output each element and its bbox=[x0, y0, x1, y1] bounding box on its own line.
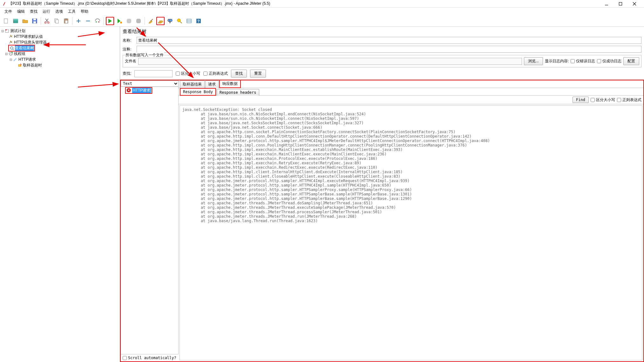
open-icon[interactable] bbox=[21, 17, 29, 25]
svg-point-27 bbox=[170, 19, 172, 22]
function-helper-icon[interactable] bbox=[185, 17, 193, 25]
svg-point-40 bbox=[10, 47, 13, 49]
svg-line-30 bbox=[180, 22, 182, 23]
copy-icon[interactable] bbox=[52, 17, 61, 25]
find-button[interactable]: Find bbox=[573, 97, 589, 103]
svg-point-22 bbox=[96, 21, 97, 23]
test-plan-tree[interactable]: ⊟ 测试计划 HTTP请求默认值 HTTP信息头管理器 查看结果树 ⊟ 线程组 bbox=[0, 27, 120, 362]
jmeter-icon bbox=[3, 2, 7, 6]
clear-icon[interactable] bbox=[147, 17, 155, 25]
results-tree[interactable]: HTTP请求 bbox=[121, 87, 179, 354]
result-item[interactable]: HTTP请求 bbox=[125, 87, 178, 93]
menu-tools[interactable]: 工具 bbox=[65, 8, 78, 15]
shutdown-icon[interactable] bbox=[134, 17, 143, 25]
tree-root-label: 测试计划 bbox=[10, 28, 25, 34]
config-icon bbox=[8, 34, 13, 39]
tab-request[interactable]: 请求 bbox=[205, 80, 219, 88]
config-icon bbox=[8, 40, 13, 44]
renderer-select[interactable]: Text bbox=[121, 80, 179, 87]
result-item-label: HTTP请求 bbox=[132, 88, 151, 93]
clear-all-button[interactable] bbox=[156, 17, 165, 25]
collapse-icon[interactable]: ⊟ bbox=[1, 29, 4, 33]
tree-item-label: 取样器超时 bbox=[23, 63, 42, 68]
svg-rect-31 bbox=[187, 19, 191, 23]
svg-rect-1 bbox=[619, 2, 622, 5]
run-button[interactable] bbox=[106, 17, 114, 25]
response-body-text[interactable]: java.net.SocketException: Socket closed … bbox=[180, 105, 642, 360]
close-button[interactable] bbox=[630, 1, 639, 7]
menu-options[interactable]: 选项 bbox=[53, 8, 65, 15]
help-icon[interactable]: ? bbox=[194, 17, 203, 25]
search-button[interactable]: 查找 bbox=[231, 70, 247, 78]
new-icon[interactable] bbox=[2, 17, 10, 25]
run-no-pause-icon[interactable] bbox=[115, 17, 124, 25]
tree-header-manager[interactable]: HTTP信息头管理器 bbox=[1, 39, 119, 45]
menu-file[interactable]: 文件 bbox=[2, 8, 15, 15]
templates-icon[interactable] bbox=[11, 17, 20, 25]
toolbar-separator bbox=[104, 17, 104, 25]
reset-button[interactable]: 重置 bbox=[250, 70, 266, 78]
svg-line-47 bbox=[78, 84, 118, 87]
find-case-checkbox[interactable]: 区分大小写 bbox=[591, 97, 615, 103]
search-input[interactable] bbox=[134, 70, 173, 77]
expand-icon[interactable] bbox=[74, 17, 83, 25]
tree-item-label: HTTP请求默认值 bbox=[14, 34, 43, 39]
tab-response-headers[interactable]: Response headers bbox=[217, 89, 259, 96]
paste-icon[interactable] bbox=[62, 17, 70, 25]
configure-button[interactable]: 配置 bbox=[623, 57, 639, 65]
stop-icon[interactable] bbox=[125, 17, 133, 25]
collapse-icon[interactable] bbox=[84, 17, 92, 25]
save-icon[interactable] bbox=[31, 17, 39, 25]
results-list-panel: Text HTTP请求 Scroll automatically? bbox=[121, 80, 179, 361]
svg-point-43 bbox=[11, 52, 13, 53]
comment-field[interactable] bbox=[137, 46, 641, 53]
filename-field[interactable] bbox=[138, 58, 522, 65]
toggle-icon[interactable] bbox=[93, 17, 102, 25]
case-sensitive-checkbox[interactable]: 区分大小写 bbox=[176, 71, 200, 76]
tab-sampler-result[interactable]: 取样器结果 bbox=[180, 80, 205, 88]
log-only-label: 显示日志内容: bbox=[545, 58, 569, 64]
result-details-panel: 取样器结果 请求 响应数据 Response Body Response hea… bbox=[179, 80, 643, 361]
tree-item-label: 线程组 bbox=[14, 51, 25, 57]
collapse-icon[interactable]: ⊟ bbox=[4, 52, 8, 56]
filename-label: 文件名 bbox=[125, 58, 136, 64]
find-regex-checkbox[interactable]: 正则表达式 bbox=[617, 97, 641, 103]
window-controls bbox=[602, 1, 639, 7]
toolbar-separator bbox=[145, 17, 145, 25]
menu-search[interactable]: 查找 bbox=[27, 8, 40, 15]
tree-thread-group[interactable]: ⊟ 线程组 bbox=[1, 51, 119, 57]
maximize-button[interactable] bbox=[616, 1, 625, 7]
tree-http-defaults[interactable]: HTTP请求默认值 bbox=[1, 34, 119, 39]
browse-button[interactable]: 浏览... bbox=[524, 57, 543, 65]
svg-rect-4 bbox=[4, 19, 8, 23]
cut-icon[interactable] bbox=[43, 17, 51, 25]
tree-view-results-tree[interactable]: 查看结果树 bbox=[1, 45, 119, 51]
success-only-checkbox[interactable]: 仅成功日志 bbox=[597, 58, 621, 64]
svg-rect-18 bbox=[65, 20, 68, 23]
tree-root-test-plan[interactable]: ⊟ 测试计划 bbox=[1, 28, 119, 34]
comment-label: 注释: bbox=[123, 47, 135, 52]
svg-point-29 bbox=[177, 19, 180, 22]
menu-help[interactable]: 帮助 bbox=[78, 8, 91, 15]
window-titlebar: 【P23】取样器超时（Sample Timeout）.jmx (D:\Deskt… bbox=[0, 0, 644, 8]
tree-http-request[interactable]: ⊟ HTTP请求 bbox=[1, 57, 119, 62]
menu-edit[interactable]: 编辑 bbox=[15, 8, 27, 15]
tab-response-body[interactable]: Response Body bbox=[180, 88, 216, 96]
svg-point-12 bbox=[45, 22, 46, 23]
tab-response-data[interactable]: 响应数据 bbox=[219, 80, 241, 88]
collapse-icon[interactable]: ⊟ bbox=[9, 58, 13, 61]
toolbar-separator bbox=[72, 17, 72, 25]
results-tree-icon bbox=[9, 46, 14, 50]
find-icon[interactable] bbox=[166, 17, 174, 25]
error-only-checkbox[interactable]: 仅错误日志 bbox=[571, 58, 595, 64]
sampler-icon bbox=[13, 57, 18, 62]
tree-sample-timeout[interactable]: 取样器超时 bbox=[1, 62, 119, 68]
name-label: 名称: bbox=[123, 38, 135, 43]
scroll-auto-checkbox[interactable]: Scroll automatically? bbox=[123, 356, 176, 360]
minimize-button[interactable] bbox=[602, 1, 611, 7]
reset-search-icon[interactable] bbox=[175, 17, 184, 25]
regex-checkbox[interactable]: 正则表达式 bbox=[203, 71, 228, 76]
window-title: 【P23】取样器超时（Sample Timeout）.jmx (D:\Deskt… bbox=[9, 1, 602, 6]
menu-run[interactable]: 运行 bbox=[40, 8, 53, 15]
name-field[interactable] bbox=[137, 37, 641, 44]
